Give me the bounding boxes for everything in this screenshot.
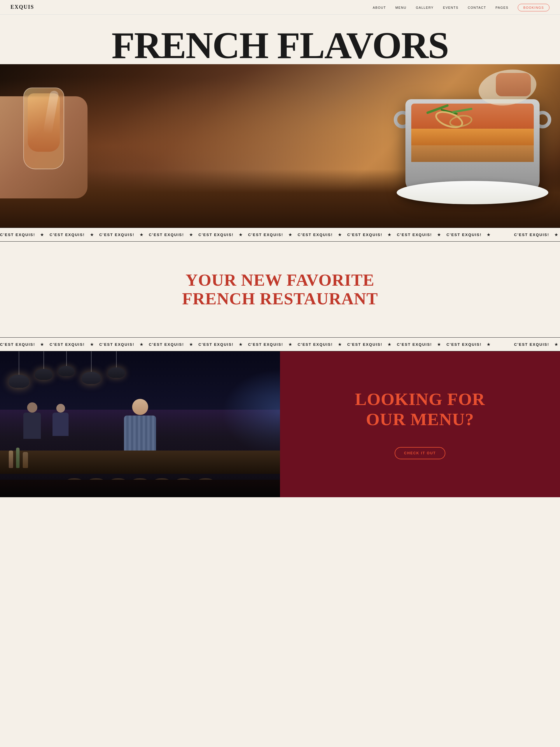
marquee-star-2: ★ [40, 342, 44, 347]
marquee-star: ★ [90, 233, 94, 237]
menu-cta-section: LOOKING FOR OUR MENU? CHECK IT OUT [280, 351, 560, 497]
marquee-star-2: ★ [239, 342, 243, 347]
marquee-star: ★ [487, 233, 491, 237]
check-it-out-button[interactable]: CHECK IT OUT [395, 447, 445, 459]
marquee-star-2: ★ [388, 342, 392, 347]
marquee-text-2: C'EST EXQUIS! ★ C'EST EXQUIS! ★ C'EST EX… [0, 342, 560, 347]
menu-headline: LOOKING FOR OUR MENU? [355, 389, 485, 430]
nav-pages[interactable]: PAGES [496, 6, 509, 9]
hero-title-section: FRENCH FLAVORS [0, 15, 560, 64]
marquee-star: ★ [338, 233, 342, 237]
marquee-star-2: ★ [289, 342, 293, 347]
marquee-inner-2: C'EST EXQUIS! ★ C'EST EXQUIS! ★ C'EST EX… [0, 342, 560, 347]
marquee-star-2: ★ [437, 342, 441, 347]
marquee-star-2: ★ [555, 342, 559, 347]
nav-gallery[interactable]: GALLERY [416, 6, 434, 9]
marquee-star: ★ [140, 233, 144, 237]
nav-contact[interactable]: CONTACT [468, 6, 486, 9]
hero-image-section [0, 64, 560, 228]
nav-links: ABOUT MENU GALLERY EVENTS CONTACT PAGES … [373, 5, 550, 10]
navigation: EXQUIS ABOUT MENU GALLERY EVENTS CONTACT… [0, 0, 560, 15]
marquee-star-2: ★ [487, 342, 491, 347]
marquee-star: ★ [555, 233, 559, 237]
marquee-strip-1: C'EST EXQUIS! ★ C'EST EXQUIS! ★ C'EST EX… [0, 228, 560, 241]
site-logo[interactable]: EXQUIS [10, 4, 34, 10]
marquee-star: ★ [189, 233, 193, 237]
hero-title: FRENCH FLAVORS [6, 26, 554, 64]
middle-section: YOUR NEW FAVORITE FRENCH RESTAURANT [0, 241, 560, 337]
restaurant-interior [0, 351, 280, 497]
marquee-star-2: ★ [140, 342, 144, 347]
bottom-split-section: LOOKING FOR OUR MENU? CHECK IT OUT [0, 351, 560, 497]
marquee-star: ★ [239, 233, 243, 237]
marquee-inner-1: C'EST EXQUIS! ★ C'EST EXQUIS! ★ C'EST EX… [0, 232, 560, 237]
marquee-star: ★ [40, 233, 44, 237]
marquee-strip-2: C'EST EXQUIS! ★ C'EST EXQUIS! ★ C'EST EX… [0, 337, 560, 351]
middle-headline: YOUR NEW FAVORITE FRENCH RESTAURANT [182, 271, 378, 308]
bookings-button[interactable]: BOOKINGS [518, 4, 550, 11]
marquee-star-2: ★ [90, 342, 94, 347]
hero-image [0, 64, 560, 228]
marquee-star: ★ [289, 233, 293, 237]
nav-menu[interactable]: MENU [395, 6, 406, 9]
marquee-text-1: C'EST EXQUIS! ★ C'EST EXQUIS! ★ C'EST EX… [0, 233, 560, 237]
nav-about[interactable]: ABOUT [373, 6, 386, 9]
marquee-star-2: ★ [189, 342, 193, 347]
nav-events[interactable]: EVENTS [443, 6, 458, 9]
restaurant-image-section [0, 351, 280, 497]
marquee-star-2: ★ [338, 342, 342, 347]
marquee-star: ★ [388, 233, 392, 237]
marquee-star: ★ [437, 233, 441, 237]
